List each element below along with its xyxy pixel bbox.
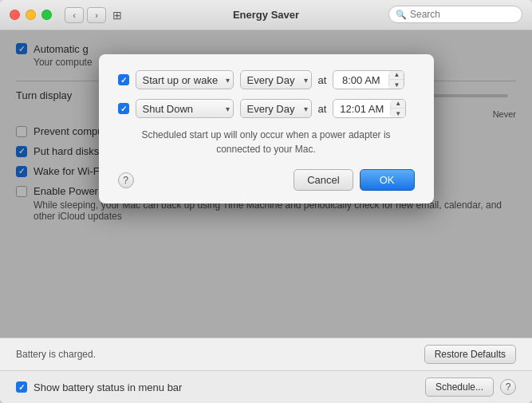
- modal-row1-day-wrapper: Every Day Weekdays Weekends: [240, 70, 312, 89]
- modal-row1-day-select[interactable]: Every Day Weekdays Weekends: [240, 70, 312, 89]
- modal-note: Scheduled start up will only occur when …: [118, 128, 415, 156]
- bottom-bar: Battery is charged. Restore Defaults: [0, 338, 532, 370]
- modal-row2-action-select[interactable]: Shut Down Sleep Restart Start up or wake: [136, 99, 234, 118]
- help-button[interactable]: ?: [500, 379, 516, 395]
- show-battery-label: Show battery status in menu bar: [33, 381, 182, 393]
- modal-row2-time-up[interactable]: ▲: [391, 99, 405, 109]
- main-content: Automatic g Your compute Turn display 1 …: [0, 30, 532, 338]
- modal-footer: ? Cancel OK: [118, 169, 415, 191]
- ok-button[interactable]: OK: [360, 169, 415, 191]
- modal-row1-time: 8:00 AM ▲ ▼: [333, 70, 404, 89]
- modal-overlay: Start up or wake Shut Down Sleep Restart…: [0, 30, 532, 338]
- show-battery-checkbox[interactable]: [16, 381, 27, 393]
- modal-row2-time: 12:01 AM ▲ ▼: [333, 99, 406, 118]
- minimize-button[interactable]: [26, 10, 36, 20]
- modal-row1-time-down[interactable]: ▼: [389, 80, 404, 89]
- modal-row2-checkbox[interactable]: [118, 103, 129, 114]
- search-icon: 🔍: [396, 10, 407, 20]
- modal-footer-right: Cancel OK: [294, 169, 414, 191]
- search-input[interactable]: [410, 9, 515, 20]
- modal-row1-time-value[interactable]: 8:00 AM: [333, 74, 389, 86]
- modal-row1-checkbox[interactable]: [118, 74, 129, 85]
- modal-note-text: Scheduled start up will only occur when …: [141, 129, 390, 155]
- nav-buttons: ‹ ›: [65, 7, 106, 23]
- back-button[interactable]: ‹: [65, 7, 84, 23]
- modal-row2-day-wrapper: Every Day Weekdays Weekends: [240, 99, 312, 118]
- search-box[interactable]: 🔍: [388, 6, 522, 23]
- modal-row2-at: at: [318, 103, 327, 115]
- footer-left: Show battery status in menu bar: [16, 381, 182, 393]
- modal-row1-action-select[interactable]: Start up or wake Shut Down Sleep Restart: [136, 70, 234, 89]
- modal-row2-spinner-btns: ▲ ▼: [391, 99, 405, 118]
- modal-row-2: Shut Down Sleep Restart Start up or wake…: [118, 99, 415, 118]
- modal-row2-action-wrapper: Shut Down Sleep Restart Start up or wake: [136, 99, 234, 118]
- modal-row1-action-wrapper: Start up or wake Shut Down Sleep Restart: [136, 70, 234, 89]
- modal-row2-time-value[interactable]: 12:01 AM: [333, 103, 391, 115]
- modal-row1-time-up[interactable]: ▲: [389, 70, 404, 80]
- maximize-button[interactable]: [41, 10, 52, 20]
- modal-row1-spinner-btns: ▲ ▼: [389, 70, 404, 89]
- grid-icon[interactable]: ⊞: [112, 9, 122, 22]
- close-button[interactable]: [10, 10, 20, 20]
- footer-bar: Show battery status in menu bar Schedule…: [0, 370, 532, 403]
- footer-right: Schedule... ?: [425, 377, 516, 397]
- window-title: Energy Saver: [233, 9, 299, 21]
- cancel-button[interactable]: Cancel: [294, 169, 353, 191]
- modal-row1-at: at: [318, 74, 327, 86]
- battery-status: Battery is charged.: [16, 349, 96, 360]
- restore-defaults-button[interactable]: Restore Defaults: [424, 345, 516, 364]
- forward-button[interactable]: ›: [87, 7, 106, 23]
- titlebar: ‹ › ⊞ Energy Saver 🔍: [0, 0, 532, 30]
- modal-row2-day-select[interactable]: Every Day Weekdays Weekends: [240, 99, 312, 118]
- schedule-modal: Start up or wake Shut Down Sleep Restart…: [99, 54, 434, 203]
- modal-row-1: Start up or wake Shut Down Sleep Restart…: [118, 70, 415, 89]
- modal-row2-time-down[interactable]: ▼: [391, 109, 405, 118]
- modal-help-button[interactable]: ?: [118, 172, 134, 188]
- schedule-button[interactable]: Schedule...: [425, 377, 494, 397]
- traffic-lights: [10, 10, 52, 20]
- energy-saver-window: ‹ › ⊞ Energy Saver 🔍 Automatic g Your co…: [0, 0, 532, 403]
